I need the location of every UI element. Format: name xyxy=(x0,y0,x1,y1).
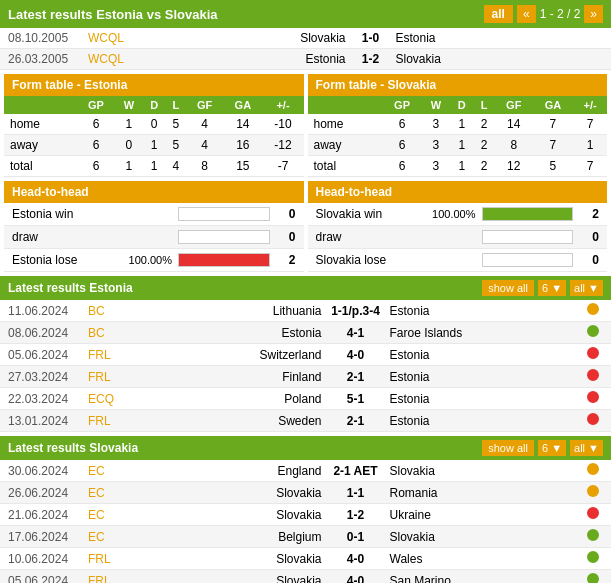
h2h-bar-wrap xyxy=(178,230,270,244)
result-score: 5-1 xyxy=(326,392,386,406)
show-all-estonia-button[interactable]: show all xyxy=(482,280,534,296)
result-away: Estonia xyxy=(386,414,584,428)
result-row: 13.01.2024 FRL Sweden 2-1 Estonia xyxy=(0,410,611,432)
form-slovakia-table: GPWDLGFGA+/-home63121477away6312871total… xyxy=(308,96,608,177)
match-score: 1-2 xyxy=(346,52,396,66)
result-comp: ECQ xyxy=(88,392,128,406)
h2h-label: draw xyxy=(12,230,102,244)
result-away: Wales xyxy=(386,552,584,566)
result-dot xyxy=(583,347,603,362)
result-dot xyxy=(583,485,603,500)
form-table-cell: -7 xyxy=(262,156,303,177)
result-date: 22.03.2024 xyxy=(8,392,88,406)
result-home: Switzerland xyxy=(128,348,326,362)
form-slovakia-col: Form table - Slovakia GPWDLGFGA+/-home63… xyxy=(308,74,608,177)
result-dot xyxy=(583,507,603,522)
result-date: 08.06.2024 xyxy=(8,326,88,340)
result-home: Slovakia xyxy=(128,486,326,500)
form-table-header: W xyxy=(422,96,450,114)
match-comp: WCQL xyxy=(88,31,138,45)
next-button[interactable]: » xyxy=(584,5,603,23)
result-home: Finland xyxy=(128,370,326,384)
form-table-cell: 5 xyxy=(533,156,573,177)
match-score: 1-0 xyxy=(346,31,396,45)
type-select-estonia[interactable]: all ▼ xyxy=(570,280,603,296)
result-away: Estonia xyxy=(386,304,584,318)
result-score: 2-1 xyxy=(326,414,386,428)
result-dot xyxy=(583,369,603,384)
h2h-slovakia-header: Head-to-head xyxy=(308,181,608,203)
match-row: 08.10.2005 WCQL Slovakia 1-0 Estonia xyxy=(0,28,611,49)
h2h-bar-wrap xyxy=(482,253,574,267)
form-table-header: GP xyxy=(77,96,115,114)
h2h-bar-wrap xyxy=(178,253,270,267)
show-all-slovakia-button[interactable]: show all xyxy=(482,440,534,456)
latest-slovakia-rows: 30.06.2024 EC England 2-1 AET Slovakia 2… xyxy=(0,460,611,583)
result-score: 4-0 xyxy=(326,348,386,362)
form-table-header xyxy=(308,96,383,114)
result-row: 11.06.2024 BC Lithuania 1-1/p.3-4 Estoni… xyxy=(0,300,611,322)
num-select-slovakia[interactable]: 6 ▼ xyxy=(538,440,566,456)
form-table-cell: 1 xyxy=(143,135,166,156)
all-button[interactable]: all xyxy=(484,5,513,23)
form-table-cell: 5 xyxy=(166,114,187,135)
form-table-cell: 1 xyxy=(450,156,474,177)
result-score: 1-1 xyxy=(326,486,386,500)
num-select-estonia[interactable]: 6 ▼ xyxy=(538,280,566,296)
status-dot xyxy=(587,303,599,315)
latest-estonia-header: Latest results Estonia show all 6 ▼ all … xyxy=(0,276,611,300)
status-dot xyxy=(587,463,599,475)
result-date: 21.06.2024 xyxy=(8,508,88,522)
latest-slovakia-header: Latest results Slovakia show all 6 ▼ all… xyxy=(0,436,611,460)
form-table-cell: 2 xyxy=(474,114,495,135)
h2h-slovakia-rows: Slovakia win 100.00% 2 draw 0 Slovakia l… xyxy=(308,203,608,272)
result-dot xyxy=(583,391,603,406)
prev-button[interactable]: « xyxy=(517,5,536,23)
status-dot xyxy=(587,369,599,381)
latest-estonia-rows: 11.06.2024 BC Lithuania 1-1/p.3-4 Estoni… xyxy=(0,300,611,432)
form-table-cell: 15 xyxy=(223,156,262,177)
h2h-value: 0 xyxy=(276,230,296,244)
result-row: 26.06.2024 EC Slovakia 1-1 Romania xyxy=(0,482,611,504)
form-table-cell: 8 xyxy=(495,135,533,156)
h2h-value: 2 xyxy=(579,207,599,221)
h2h-pct: 100.00% xyxy=(102,254,172,266)
result-score: 1-2 xyxy=(326,508,386,522)
form-table-cell: 8 xyxy=(186,156,223,177)
result-row: 05.06.2024 FRL Switzerland 4-0 Estonia xyxy=(0,344,611,366)
form-table-header: D xyxy=(450,96,474,114)
form-table-cell: 1 xyxy=(573,135,607,156)
match-home: Slovakia xyxy=(138,31,346,45)
form-table-header: GA xyxy=(223,96,262,114)
result-comp: FRL xyxy=(88,552,128,566)
form-table-row: total6114815-7 xyxy=(4,156,304,177)
form-table-cell: 6 xyxy=(382,114,421,135)
h2h-bar-wrap xyxy=(482,207,574,221)
type-select-slovakia[interactable]: all ▼ xyxy=(570,440,603,456)
result-row: 17.06.2024 EC Belgium 0-1 Slovakia xyxy=(0,526,611,548)
result-home: England xyxy=(128,464,326,478)
result-comp: EC xyxy=(88,464,128,478)
latest-estonia-controls: show all 6 ▼ all ▼ xyxy=(482,280,603,296)
h2h-estonia-col: Head-to-head Estonia win 0 draw 0 Estoni… xyxy=(4,181,304,272)
form-table-cell: 1 xyxy=(450,135,474,156)
result-date: 26.06.2024 xyxy=(8,486,88,500)
h2h-bar-wrap xyxy=(482,230,574,244)
result-comp: FRL xyxy=(88,574,128,584)
match-away: Slovakia xyxy=(396,52,604,66)
form-table-header: +/- xyxy=(573,96,607,114)
result-score: 1-1/p.3-4 xyxy=(326,304,386,318)
result-comp: EC xyxy=(88,486,128,500)
h2h-row: Estonia lose 100.00% 2 xyxy=(4,249,304,272)
form-estonia-col: Form table - Estonia GPWDLGFGA+/-home610… xyxy=(4,74,304,177)
form-table-cell: total xyxy=(4,156,77,177)
form-table-row: home6105414-10 xyxy=(4,114,304,135)
h2h-label: Slovakia win xyxy=(316,207,406,221)
form-table-header: W xyxy=(115,96,143,114)
h2h-pct: 100.00% xyxy=(406,208,476,220)
result-row: 22.03.2024 ECQ Poland 5-1 Estonia xyxy=(0,388,611,410)
form-table-cell: 3 xyxy=(422,156,450,177)
form-table-header: D xyxy=(143,96,166,114)
h2h-value: 0 xyxy=(579,230,599,244)
form-table-header: L xyxy=(166,96,187,114)
